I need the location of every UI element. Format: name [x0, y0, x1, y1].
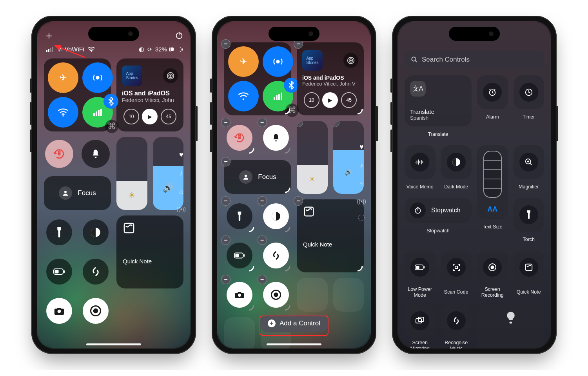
resize-handle[interactable]: [283, 225, 290, 232]
torch-control[interactable]: [514, 198, 544, 232]
resize-handle[interactable]: [355, 264, 363, 272]
magnifier-control[interactable]: [514, 145, 544, 179]
resize-handle[interactable]: [283, 146, 290, 154]
focus-button[interactable]: − Focus: [224, 160, 291, 194]
camera-button[interactable]: [46, 298, 72, 324]
page-indicator[interactable]: ♥ ♪ ⌂ ((•)): [176, 151, 186, 212]
focus-button[interactable]: Focus: [44, 176, 111, 210]
resize-handle[interactable]: [247, 146, 254, 154]
airdrop-icon[interactable]: [82, 62, 113, 93]
quick-note-control[interactable]: [514, 250, 544, 284]
camera-button[interactable]: −: [227, 282, 252, 308]
favorites-page-icon[interactable]: ♥: [359, 143, 364, 151]
remove-badge[interactable]: −: [221, 118, 230, 127]
add-control-plus-icon[interactable]: ＋: [44, 29, 54, 42]
page-indicator[interactable]: ♥ ♪ ⌂ ((•)): [357, 143, 366, 221]
translate-widget[interactable]: 文A Translate Spanish: [405, 75, 472, 126]
resize-handle[interactable]: [283, 303, 290, 311]
music-page-icon[interactable]: ♪: [180, 169, 183, 177]
home-indicator[interactable]: [267, 343, 321, 345]
remove-badge[interactable]: −: [221, 157, 230, 166]
dark-mode-control[interactable]: [441, 145, 472, 179]
empty-slot[interactable]: [224, 317, 255, 349]
remove-badge[interactable]: −: [258, 275, 267, 284]
screen-record-button[interactable]: −: [263, 282, 289, 308]
add-control-button[interactable]: + Add a Control: [259, 315, 329, 332]
skip-forward-button[interactable]: 45: [161, 109, 176, 124]
music-page-icon[interactable]: ♪: [360, 161, 363, 170]
dark-mode-button[interactable]: −: [263, 203, 289, 229]
bluetooth-icon[interactable]: [103, 94, 118, 109]
remove-badge[interactable]: −: [294, 196, 303, 206]
recognise-music-control[interactable]: [441, 304, 472, 338]
resize-handle[interactable]: [247, 303, 254, 311]
wifi-toggle-icon[interactable]: [48, 97, 78, 128]
remove-badge[interactable]: −: [258, 118, 267, 127]
resize-handle[interactable]: [283, 185, 290, 193]
skip-back-button[interactable]: 10: [123, 109, 139, 124]
home-indicator[interactable]: [86, 343, 141, 345]
favorites-page-icon[interactable]: ♥: [179, 151, 183, 159]
alarm-control[interactable]: [477, 75, 508, 109]
wifi-toggle-icon[interactable]: [228, 81, 259, 111]
resize-handle[interactable]: [283, 107, 290, 115]
quick-note-widget[interactable]: − Quick Note: [297, 199, 364, 272]
text-size-control[interactable]: AA: [477, 145, 508, 219]
resize-handle[interactable]: [247, 225, 254, 232]
empty-slot[interactable]: [297, 278, 328, 312]
scan-code-control[interactable]: [441, 250, 472, 284]
torch-button[interactable]: [46, 219, 72, 245]
shazam-button[interactable]: −: [263, 243, 289, 268]
size-slider[interactable]: [483, 151, 502, 198]
shazam-button[interactable]: [83, 259, 109, 285]
connectivity-module[interactable]: − ✈︎ ⌘: [224, 42, 291, 115]
remove-badge[interactable]: −: [258, 196, 267, 206]
silent-mode-button[interactable]: −: [263, 125, 289, 151]
home-page-icon[interactable]: ⌂: [179, 188, 183, 196]
dark-mode-button[interactable]: [83, 219, 109, 245]
skip-back-button[interactable]: 10: [304, 92, 319, 108]
home-scene-widget[interactable]: Scene or Accessory: [477, 304, 544, 349]
screen-mirroring-control[interactable]: [405, 304, 436, 338]
low-power-control[interactable]: [405, 250, 436, 284]
voice-memo-control[interactable]: [405, 145, 436, 179]
connectivity-page-icon[interactable]: ((•)): [357, 198, 366, 204]
empty-slot[interactable]: [333, 278, 364, 312]
resize-handle[interactable]: [283, 264, 290, 272]
low-power-mode-button[interactable]: [46, 259, 72, 285]
brightness-slider[interactable]: ☀︎: [116, 137, 147, 210]
torch-button[interactable]: −: [227, 203, 252, 229]
screen-record-button[interactable]: [83, 298, 109, 324]
remove-badge[interactable]: −: [297, 121, 303, 127]
skip-forward-button[interactable]: 45: [341, 92, 357, 108]
resize-handle[interactable]: [355, 107, 363, 115]
play-button[interactable]: ▶: [142, 109, 158, 124]
screen-recording-control[interactable]: [477, 250, 508, 284]
home-page-icon[interactable]: ⌂: [359, 180, 364, 188]
add-page-icon[interactable]: [358, 215, 365, 221]
connectivity-module[interactable]: ✈︎: [44, 58, 111, 131]
stopwatch-widget[interactable]: Stopwatch: [405, 198, 472, 223]
orientation-lock-button[interactable]: [45, 140, 73, 168]
airplane-mode-icon[interactable]: ✈︎: [48, 62, 78, 93]
low-power-mode-button[interactable]: −: [227, 243, 252, 268]
now-playing-module[interactable]: AppStories iOS and iPadOS Federico Vitic…: [116, 58, 183, 131]
power-icon[interactable]: [175, 31, 183, 40]
remove-badge[interactable]: −: [333, 121, 339, 127]
now-playing-module[interactable]: − AppStories iOS and iPadOS Federico Vit…: [297, 42, 364, 115]
quick-note-widget[interactable]: Quick Note: [116, 215, 183, 288]
connectivity-page-icon[interactable]: ((•)): [176, 206, 186, 212]
airplay-icon[interactable]: [163, 68, 178, 83]
timer-control[interactable]: [514, 75, 544, 109]
remove-badge[interactable]: −: [221, 275, 230, 284]
resize-handle[interactable]: [247, 264, 254, 272]
remove-badge[interactable]: −: [221, 196, 230, 206]
airplay-icon[interactable]: [343, 53, 358, 68]
remove-badge[interactable]: −: [258, 235, 267, 245]
silent-mode-button[interactable]: [82, 140, 110, 168]
search-input[interactable]: Search Controls: [405, 51, 544, 68]
orientation-lock-button[interactable]: −: [227, 125, 252, 151]
remove-badge[interactable]: −: [221, 235, 230, 245]
play-button[interactable]: ▶: [322, 92, 338, 108]
airdrop-icon[interactable]: [263, 46, 293, 77]
